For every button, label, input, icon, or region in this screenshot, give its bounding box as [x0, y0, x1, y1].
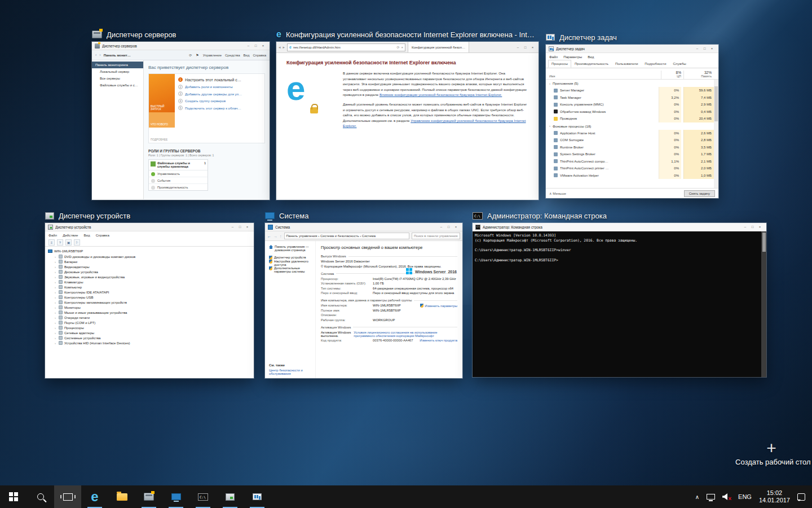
- taskview-thumbnail-internet-explorer[interactable]: e Конфигурация усиленной безопасности In…: [276, 29, 539, 200]
- expander-icon: ›: [55, 306, 57, 309]
- security-impact-link: Влияние конфигурации усиленной безопасно…: [379, 93, 502, 97]
- address-bar: ← → ↑ Панель управления › Система и безо…: [265, 231, 462, 241]
- task-view-button[interactable]: [54, 485, 81, 508]
- computer-name: WIN-1MLR5BT6IIP: [54, 249, 83, 253]
- device-category-label: Видеоадаптеры: [64, 265, 90, 269]
- window-title: Диспетчер устройств: [55, 225, 227, 229]
- paragraph: В данном сервере включена конфигурация у…: [343, 71, 528, 98]
- sidebar-item-label: Настройка удаленного доступа: [274, 260, 313, 266]
- process-icon: [554, 167, 558, 170]
- taskview-thumbnail-server-manager[interactable]: Диспетчер серверов Диспетчер серверов – …: [92, 29, 270, 200]
- chevron-up-icon: ∧: [549, 191, 552, 195]
- step-label: Добавить другие серверы для уп…: [185, 92, 242, 96]
- tab: Производительность: [571, 60, 612, 68]
- taskview-thumbnail-task-manager[interactable]: Диспетчер задач Диспетчер задач – □ × Фа…: [546, 32, 718, 198]
- device-tree-node: › DVD-дисководы и дисководы компакт-диск…: [48, 254, 254, 259]
- terminal-line: (c) Корпорация Майкрософт (Microsoft Cor…: [475, 238, 760, 243]
- volume-muted-icon[interactable]: ×: [722, 493, 731, 500]
- process-memory: 2,9 МБ: [683, 101, 714, 108]
- taskview-thumbnail-system[interactable]: Система Система – □ × ← → ↑ Панель управ…: [265, 210, 462, 378]
- process-icon: [554, 103, 558, 107]
- process-row: COM Surrogate 0% 2,8 МБ: [546, 137, 714, 144]
- tray-expand-chevron-icon[interactable]: ∧: [695, 494, 699, 500]
- process-cpu: 0%: [659, 165, 681, 172]
- security-center-link: Центр безопасности и обслуживания: [269, 369, 313, 375]
- device-category-label: Мыши и иные указывающие устройства: [64, 311, 127, 314]
- taskbar-internet-explorer-button[interactable]: e: [81, 485, 108, 508]
- clock[interactable]: 15:02 14.01.2017: [759, 489, 790, 504]
- step-label: Настроить этот локальный с…: [185, 78, 241, 82]
- step-label: Создать группу серверов: [185, 99, 226, 103]
- device-tree-node: › Звуковые, игровые и видеоустройства: [48, 274, 254, 279]
- thumbnail-label[interactable]: e Конфигурация усиленной безопасности In…: [276, 29, 539, 40]
- thumbnail-label[interactable]: C:\ Администратор: Командная строка: [473, 210, 766, 221]
- thumbnail-label[interactable]: Система: [265, 210, 462, 221]
- taskbar-system-button[interactable]: [162, 485, 189, 508]
- expander-icon: ›: [55, 260, 57, 264]
- tile-row: Управляемость: [149, 170, 208, 177]
- device-category-icon: [59, 326, 63, 330]
- internet-explorer-icon: e: [91, 490, 98, 503]
- new-desktop-button[interactable]: + Создать рабочий стол: [735, 440, 807, 467]
- close-icon: ×: [259, 42, 267, 50]
- command-prompt-icon: C:\: [198, 493, 208, 501]
- window-controls: – □ ×: [514, 46, 536, 49]
- thumbnail-label[interactable]: Диспетчер устройств: [45, 210, 254, 221]
- system-main: Просмотр основных сведений о вашем компь…: [316, 241, 462, 378]
- process-icon: [554, 173, 558, 177]
- command-prompt-icon: C:\: [473, 212, 483, 220]
- section-title: Выпуск Windows: [321, 255, 346, 258]
- search-button[interactable]: [27, 485, 54, 508]
- start-button[interactable]: [0, 485, 27, 508]
- server-manager-navbar: ‹ › Панель монит… ⟳ ⚑ УправлениеСредства…: [92, 50, 270, 60]
- device-manager-window-preview[interactable]: Диспетчер устройств – □ × ФайлДействиеВи…: [45, 223, 254, 378]
- minimize-icon: –: [742, 223, 749, 231]
- device-category-icon: [59, 295, 63, 299]
- memory-total: 32%: [704, 71, 712, 75]
- system-window-preview[interactable]: Система – □ × ← → ↑ Панель управления › …: [265, 223, 462, 378]
- device-tree-node: › Батареи: [48, 259, 254, 264]
- task-manager-icon: [253, 493, 262, 500]
- sidebar-item: Дополнительные параметры системы: [269, 266, 313, 273]
- process-cpu: 0%: [659, 108, 681, 116]
- thumbnail-label[interactable]: Диспетчер серверов: [92, 29, 270, 40]
- process-cpu: 3,2%: [659, 94, 681, 102]
- process-icon: [554, 95, 558, 99]
- process-name: Обработчик команд Windows: [560, 110, 656, 113]
- device-tree-node: › Системные устройства: [48, 335, 254, 340]
- sidebar-item: Настройка удаленного доступа: [269, 260, 313, 266]
- quickstart-band: БЫСТРЫЙ ЗАПУСК ЧТО НОВОГО ПОДРОБНЕЕ: [149, 74, 175, 143]
- taskview-thumbnail-device-manager[interactable]: Диспетчер устройств Диспетчер устройств …: [45, 210, 254, 378]
- cpu-column-header: 8% ЦП: [661, 71, 683, 79]
- network-icon[interactable]: [707, 494, 715, 500]
- server-manager-window-preview[interactable]: Диспетчер серверов – □ × ‹ › Панель мони…: [92, 42, 270, 200]
- taskbar-file-explorer-button[interactable]: [108, 485, 135, 508]
- command-prompt-window-preview[interactable]: Администратор: Командная строка – □ × Mi…: [473, 223, 766, 377]
- taskbar-server-manager-button[interactable]: [135, 485, 162, 508]
- taskbar-task-manager-button[interactable]: [244, 485, 271, 508]
- forward-icon: ▸: [283, 45, 285, 50]
- scrollbar: [714, 80, 718, 188]
- process-name: System Settings Broker: [560, 152, 656, 156]
- process-memory: 2,6 МБ: [683, 130, 714, 137]
- thumbnail-label[interactable]: Диспетчер задач: [546, 32, 718, 43]
- notification-center-icon[interactable]: [797, 493, 805, 501]
- internet-explorer-window-preview[interactable]: ◂ ▸ e res://iesetup.dll/HardAdmin.htm ⟳ …: [276, 42, 539, 200]
- taskview-thumbnail-command-prompt[interactable]: C:\ Администратор: Командная строка Адми…: [473, 210, 766, 377]
- section-divider: [353, 327, 457, 327]
- back-icon: ←: [267, 234, 271, 238]
- process-cpu: 0%: [659, 130, 681, 137]
- section-divider: [348, 256, 457, 257]
- taskbar-device-manager-button[interactable]: [217, 485, 244, 508]
- tab: Пользователи: [612, 60, 641, 68]
- language-indicator[interactable]: ENG: [738, 493, 752, 500]
- sidebar-item: Диспетчер устройств: [269, 256, 313, 260]
- task-manager-window-preview[interactable]: Диспетчер задач – □ × ФайлПараметрыВид П…: [546, 45, 718, 198]
- windows-flag-icon: [406, 268, 413, 275]
- taskbar-command-prompt-button[interactable]: C:\: [189, 485, 217, 508]
- window-title: Диспетчер серверов: [102, 44, 242, 48]
- scrollbar: [761, 231, 766, 377]
- process-cpu: 0%: [659, 172, 681, 179]
- edition-name: Windows Server 2016 Datacenter: [321, 260, 457, 263]
- device-category-icon: [59, 285, 63, 289]
